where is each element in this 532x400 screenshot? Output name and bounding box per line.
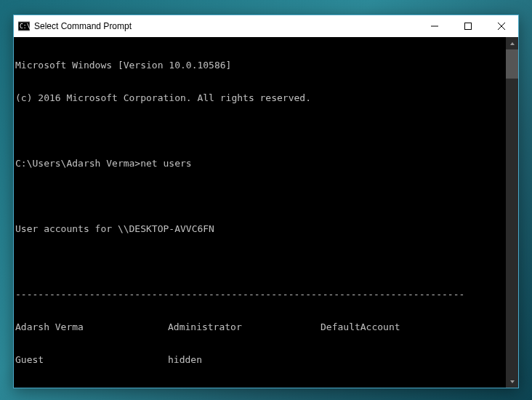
divider-line: ----------------------------------------…	[15, 289, 504, 300]
svg-marker-7	[510, 380, 515, 383]
user-cell: Administrator	[168, 321, 321, 332]
minimize-button[interactable]	[418, 15, 451, 37]
vertical-scrollbar[interactable]	[506, 37, 518, 388]
close-button[interactable]	[485, 15, 518, 37]
copyright-line: (c) 2016 Microsoft Corporation. All righ…	[15, 92, 504, 103]
user-cell: DefaultAccount	[321, 321, 473, 332]
version-line: Microsoft Windows [Version 10.0.10586]	[15, 60, 504, 71]
user-cell: Adarsh Verma	[15, 321, 168, 332]
prompt-line-0: C:\Users\Adarsh Verma>net users	[15, 158, 504, 169]
scroll-thumb[interactable]	[506, 49, 518, 79]
svg-marker-6	[510, 42, 515, 45]
user-row-1: Guesthidden	[15, 354, 504, 365]
maximize-button[interactable]	[451, 15, 485, 37]
user-cell	[321, 354, 473, 365]
window-title: Select Command Prompt	[34, 21, 132, 31]
svg-text:C:\: C:\	[20, 23, 30, 30]
blank-line	[15, 256, 504, 267]
titlebar[interactable]: C:\ Select Command Prompt	[14, 15, 518, 37]
command-text: net users	[140, 158, 191, 169]
accounts-header: User accounts for \\DESKTOP-AVVC6FN	[15, 223, 504, 234]
user-cell: Guest	[15, 354, 168, 365]
command-prompt-window: C:\ Select Command Prompt Microsoft Wind…	[13, 15, 519, 388]
user-row-0: Adarsh VermaAdministratorDefaultAccount	[15, 321, 504, 332]
prompt-text: C:\Users\Adarsh Verma>	[15, 158, 140, 169]
cmd-icon: C:\	[18, 20, 30, 32]
console-output[interactable]: Microsoft Windows [Version 10.0.10586] (…	[14, 37, 506, 388]
user-cell: hidden	[168, 354, 321, 365]
window-controls	[418, 15, 518, 37]
scroll-down-arrow-icon[interactable]	[506, 375, 518, 388]
completed-line: The command completed successfully.	[15, 387, 504, 388]
scroll-up-arrow-icon[interactable]	[506, 37, 518, 49]
blank-line	[15, 191, 504, 201]
svg-rect-3	[465, 23, 472, 30]
blank-line	[15, 125, 504, 136]
console-area: Microsoft Windows [Version 10.0.10586] (…	[14, 37, 518, 388]
